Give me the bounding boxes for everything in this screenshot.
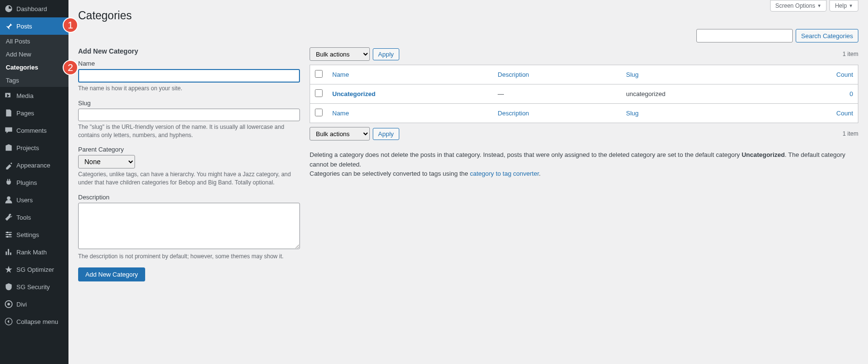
menu-pages[interactable]: Pages bbox=[0, 104, 68, 122]
add-category-button[interactable]: Add New Category bbox=[78, 267, 145, 281]
bulk-actions-select-top[interactable]: Bulk actions bbox=[310, 47, 370, 61]
menu-collapse[interactable]: Collapse menu bbox=[0, 313, 68, 330]
name-help: The name is how it appears on your site. bbox=[78, 84, 300, 93]
menu-plugins[interactable]: Plugins bbox=[0, 174, 68, 191]
footer-notes: Deleting a category does not delete the … bbox=[310, 150, 858, 179]
menu-label: Tools bbox=[16, 214, 31, 221]
submenu-all-posts[interactable]: All Posts bbox=[0, 35, 68, 48]
menu-label: Divi bbox=[16, 301, 27, 308]
submenu-categories[interactable]: Categories bbox=[0, 61, 68, 74]
apply-button-bottom[interactable]: Apply bbox=[373, 128, 399, 140]
menu-label: Media bbox=[16, 92, 33, 99]
chevron-down-icon: ▼ bbox=[817, 3, 821, 8]
svg-point-8 bbox=[7, 303, 10, 305]
col-description[interactable]: Description bbox=[493, 104, 621, 123]
parent-label: Parent Category bbox=[78, 146, 300, 153]
note-text: . bbox=[539, 170, 541, 177]
note-default-cat: Uncategorized bbox=[742, 151, 785, 158]
col-description[interactable]: Description bbox=[493, 65, 621, 84]
menu-tools[interactable]: Tools bbox=[0, 209, 68, 226]
note-text: Categories can be selectively converted … bbox=[310, 170, 470, 177]
name-input[interactable] bbox=[78, 69, 300, 83]
menu-label: Comments bbox=[16, 127, 47, 134]
menu-sg-optimizer[interactable]: SG Optimizer bbox=[0, 261, 68, 278]
note-text: Deleting a category does not delete the … bbox=[310, 151, 742, 158]
menu-label: Appearance bbox=[16, 162, 50, 169]
table-row: Uncategorized — uncategorized 0 bbox=[310, 84, 858, 104]
appearance-icon bbox=[4, 160, 14, 170]
menu-users[interactable]: Users bbox=[0, 191, 68, 209]
slug-input[interactable] bbox=[78, 109, 300, 121]
row-slug: uncategorized bbox=[621, 84, 774, 104]
search-categories-button[interactable]: Search Categories bbox=[796, 29, 858, 42]
menu-rank-math[interactable]: Rank Math bbox=[0, 243, 68, 261]
pages-icon bbox=[4, 108, 14, 118]
submenu-tags[interactable]: Tags bbox=[0, 74, 68, 87]
menu-dashboard[interactable]: Dashboard bbox=[0, 0, 68, 17]
menu-label: SG Optimizer bbox=[16, 266, 54, 273]
menu-label: Users bbox=[16, 196, 33, 204]
submenu-add-new[interactable]: Add New bbox=[0, 48, 68, 61]
converter-link[interactable]: category to tag converter bbox=[470, 170, 539, 177]
rank-math-icon bbox=[4, 247, 14, 257]
menu-media[interactable]: Media bbox=[0, 87, 68, 104]
menu-sg-security[interactable]: SG Security bbox=[0, 278, 68, 295]
search-input[interactable] bbox=[696, 29, 793, 42]
svg-point-5 bbox=[9, 234, 11, 236]
bulk-actions-select-bottom[interactable]: Bulk actions bbox=[310, 127, 370, 140]
svg-point-4 bbox=[7, 232, 9, 234]
row-name-link[interactable]: Uncategorized bbox=[332, 90, 376, 98]
description-input[interactable] bbox=[78, 203, 300, 249]
screen-options-tab[interactable]: Screen Options▼ bbox=[770, 0, 827, 12]
slug-label: Slug bbox=[78, 99, 300, 107]
menu-appearance[interactable]: Appearance bbox=[0, 156, 68, 174]
badge-posts: 1 bbox=[63, 17, 78, 33]
projects-icon bbox=[4, 143, 14, 153]
row-select[interactable] bbox=[315, 89, 323, 97]
menu-posts[interactable]: Posts bbox=[0, 17, 68, 35]
menu-label: Pages bbox=[16, 110, 34, 117]
divi-icon bbox=[4, 299, 14, 309]
posts-submenu: All Posts Add New Categories 2 Tags bbox=[0, 35, 68, 87]
menu-projects[interactable]: Projects bbox=[0, 139, 68, 156]
categories-table: Name Description Slug Count Uncategorize… bbox=[310, 65, 858, 123]
select-all-top[interactable] bbox=[315, 70, 323, 78]
col-count[interactable]: Count bbox=[775, 104, 858, 123]
col-name[interactable]: Name bbox=[327, 104, 493, 123]
help-tab[interactable]: Help▼ bbox=[829, 0, 858, 12]
col-count[interactable]: Count bbox=[775, 65, 858, 84]
chevron-down-icon: ▼ bbox=[849, 3, 853, 8]
description-help: The description is not prominent by defa… bbox=[78, 252, 300, 261]
main-content: Screen Options▼ Help▼ Categories Search … bbox=[68, 0, 868, 364]
description-label: Description bbox=[78, 194, 300, 201]
col-name[interactable]: Name bbox=[327, 65, 493, 84]
col-slug[interactable]: Slug bbox=[621, 104, 774, 123]
top-tabs: Screen Options▼ Help▼ bbox=[770, 0, 858, 12]
col-slug[interactable]: Slug bbox=[621, 65, 774, 84]
menu-label: Posts bbox=[16, 23, 32, 30]
svg-point-6 bbox=[7, 236, 9, 238]
item-count-bottom: 1 item bbox=[842, 130, 858, 137]
apply-button-top[interactable]: Apply bbox=[373, 48, 399, 60]
item-count-top: 1 item bbox=[842, 51, 858, 57]
collapse-icon bbox=[4, 317, 14, 326]
menu-label: Settings bbox=[16, 231, 39, 238]
parent-help: Categories, unlike tags, can have a hier… bbox=[78, 170, 300, 187]
dashboard-icon bbox=[4, 4, 14, 14]
menu-settings[interactable]: Settings bbox=[0, 226, 68, 243]
menu-label: Plugins bbox=[16, 179, 37, 186]
plugins-icon bbox=[4, 178, 14, 187]
svg-point-0 bbox=[7, 196, 10, 200]
parent-select[interactable]: None bbox=[78, 155, 135, 168]
menu-label: Projects bbox=[16, 144, 39, 152]
settings-icon bbox=[4, 230, 14, 239]
tab-label: Screen Options bbox=[775, 2, 815, 9]
menu-label: Collapse menu bbox=[16, 318, 58, 325]
add-category-form: Add New Category Name The name is how it… bbox=[78, 47, 300, 281]
row-count-link[interactable]: 0 bbox=[850, 90, 853, 98]
select-all-bottom[interactable] bbox=[315, 109, 323, 116]
page-title: Categories bbox=[78, 5, 858, 24]
menu-comments[interactable]: Comments bbox=[0, 122, 68, 139]
menu-label: SG Security bbox=[16, 283, 50, 291]
menu-divi[interactable]: Divi bbox=[0, 295, 68, 313]
